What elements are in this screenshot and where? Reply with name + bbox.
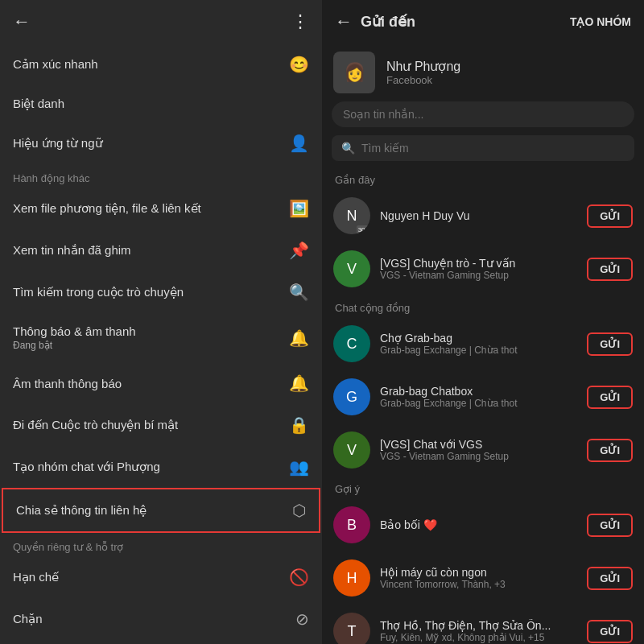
- contact-item-vgs-chuyen-tro[interactable]: V [VGS] Chuyện trò - Tư vấn VGS - Vietna…: [322, 242, 644, 295]
- contact-info-bao-boi: Bảo bối ❤️: [380, 518, 577, 531]
- menu-item-tim-kiem[interactable]: Tìm kiếm trong cuộc trò chuyện 🔍: [0, 271, 322, 313]
- avatar-cho-grab: C: [333, 325, 370, 362]
- menu-item-am-thanh[interactable]: Âm thanh thông báo 🔔: [0, 362, 322, 404]
- create-group-button[interactable]: TẠO NHÓM: [570, 15, 631, 28]
- contact-item-vgs-chat[interactable]: V [VGS] Chat với VGS VGS - Vietnam Gamin…: [322, 423, 644, 477]
- section-quyen-rieng: Quyền riêng tư & hỗ trợ: [0, 533, 322, 556]
- menu-item-bao-cao[interactable]: Báo cáo: [0, 640, 322, 644]
- media-icon: 🖼️: [289, 199, 309, 218]
- contact-info-vgs-chat: [VGS] Chat với VGS VGS - Vietnam Gaming …: [380, 438, 577, 462]
- left-menu: Cảm xúc nhanh 😊 Biệt danh Hiệu ứng từ ng…: [0, 43, 322, 644]
- pin-icon: 📌: [289, 241, 309, 260]
- send-button-grab-chatbox[interactable]: GỬI: [587, 386, 633, 409]
- contact-info-tho-ho: Thợ Hồ, Thợ Điện, Thợ Sửa Ốn... Fuy, Kiê…: [380, 619, 577, 643]
- menu-item-xem-file[interactable]: Xem file phương tiện, file & liên kết 🖼️: [0, 188, 322, 229]
- back-icon-left[interactable]: ←: [13, 11, 31, 32]
- search-icon-left: 🔍: [289, 283, 309, 302]
- share-icon: ⬡: [292, 501, 306, 520]
- avatar-bao-boi: B: [333, 506, 370, 543]
- contact-list: Gần đây N Nguyen H Duy Vu GỬI V [VGS] Ch…: [322, 167, 644, 644]
- bell-icon-2: 🔔: [289, 374, 309, 393]
- section-hanh-dong: Hành động khác: [0, 164, 322, 188]
- avatar-grab-chatbox: G: [333, 378, 370, 415]
- menu-item-xem-tin[interactable]: Xem tin nhắn đã ghim 📌: [0, 229, 322, 271]
- right-header: ← Gửi đến TẠO NHÓM: [322, 0, 644, 43]
- menu-item-tao-nhom[interactable]: Tạo nhóm chat với Phượng 👥: [0, 446, 322, 488]
- recipient-info: Như Phượng Facebook: [386, 59, 460, 86]
- search-bar[interactable]: 🔍: [332, 135, 634, 161]
- section-goi-y: Gợi ý: [322, 477, 644, 498]
- left-header: ← ⋮: [0, 0, 322, 43]
- send-button-vgs-chuyen-tro[interactable]: GỬI: [587, 258, 633, 281]
- send-button-nguyen-duy-vu[interactable]: GỬI: [587, 204, 633, 228]
- bell-icon: 🔔: [289, 328, 309, 348]
- section-chat-cong-dong: Chat cộng đồng: [322, 295, 644, 317]
- send-button-bao-boi[interactable]: GỬI: [587, 514, 633, 537]
- menu-item-hieu-ung[interactable]: Hiệu ứng từ ngữ 👤: [0, 122, 322, 164]
- menu-item-biet-danh[interactable]: Biệt danh: [0, 85, 322, 122]
- send-button-hoi-may-cu[interactable]: GỬI: [587, 567, 633, 590]
- contact-item-nguyen-duy-vu[interactable]: N Nguyen H Duy Vu GỬI: [322, 189, 644, 242]
- emoji-icon: 😊: [289, 55, 309, 74]
- contact-info-grab-chatbox: Grab-bag Chatbox Grab-bag Exchange | Chừ…: [380, 385, 577, 409]
- effect-icon: 👤: [289, 134, 309, 153]
- search-icon-right: 🔍: [341, 142, 355, 155]
- contact-info-hoi-may-cu: Hội máy cũ còn ngon Vincent Tomorrow, Th…: [380, 566, 577, 590]
- menu-item-chia-se[interactable]: Chia sẻ thông tin liên hệ ⬡: [2, 488, 320, 533]
- more-options-icon[interactable]: ⋮: [291, 11, 309, 32]
- back-icon-right[interactable]: ←: [335, 11, 353, 32]
- avatar-tho-ho: T: [333, 613, 370, 644]
- contact-item-hoi-may-cu[interactable]: H Hội máy cũ còn ngon Vincent Tomorrow, …: [322, 551, 644, 605]
- avatar-nguyen-duy-vu: N: [333, 197, 370, 234]
- send-button-cho-grab[interactable]: GỬI: [587, 332, 633, 356]
- right-title: Gửi đến: [361, 13, 570, 31]
- recipient-name: Như Phượng: [386, 59, 460, 74]
- recipient-preview: 👩 Như Phượng Facebook: [322, 43, 644, 101]
- menu-item-thong-bao[interactable]: Thông báo & âm thanh Đang bật 🔔: [0, 313, 322, 362]
- search-input[interactable]: [361, 142, 625, 155]
- recipient-platform: Facebook: [386, 74, 460, 86]
- contact-item-bao-boi[interactable]: B Bảo bối ❤️ GỬI: [322, 498, 644, 551]
- menu-item-han-che[interactable]: Hạn chế 🚫: [0, 556, 322, 598]
- avatar-vgs-chat: V: [333, 431, 370, 469]
- send-button-vgs-chat[interactable]: GỬI: [587, 439, 633, 462]
- avatar-vgs-chuyen-tro: V: [333, 250, 370, 287]
- menu-item-chan[interactable]: Chặn ⊘: [0, 598, 322, 640]
- restrict-icon: 🚫: [289, 568, 309, 587]
- avatar-hoi-may-cu: H: [333, 559, 370, 597]
- compose-input[interactable]: [343, 108, 623, 121]
- contact-item-grab-chatbox[interactable]: G Grab-bag Chatbox Grab-bag Exchange | C…: [322, 370, 644, 423]
- menu-item-bi-mat[interactable]: Đi đến Cuộc trò chuyện bí mật 🔒: [0, 404, 322, 446]
- contact-info-cho-grab: Chợ Grab-bag Grab-bag Exchange | Chừa th…: [380, 332, 577, 356]
- section-gan-day: Gần đây: [322, 167, 644, 189]
- compose-bar[interactable]: [332, 101, 634, 127]
- right-panel: ← Gửi đến TẠO NHÓM 👩 Như Phượng Facebook…: [322, 0, 644, 644]
- send-button-tho-ho[interactable]: GỬI: [587, 620, 633, 643]
- contact-info-vgs-chuyen-tro: [VGS] Chuyện trò - Tư vấn VGS - Vietnam …: [380, 257, 577, 281]
- recipient-avatar: 👩: [333, 52, 375, 93]
- lock-icon: 🔒: [289, 415, 309, 435]
- menu-item-cam-xuc[interactable]: Cảm xúc nhanh 😊: [0, 43, 322, 85]
- contact-item-tho-ho[interactable]: T Thợ Hồ, Thợ Điện, Thợ Sửa Ốn... Fuy, K…: [322, 605, 644, 644]
- contact-info-nguyen-duy-vu: Nguyen H Duy Vu: [380, 209, 577, 222]
- left-panel: ← ⋮ Cảm xúc nhanh 😊 Biệt danh Hiệu ứng t…: [0, 0, 322, 644]
- contact-item-cho-grab[interactable]: C Chợ Grab-bag Grab-bag Exchange | Chừa …: [322, 317, 644, 370]
- group-icon: 👥: [289, 457, 309, 477]
- block-icon: ⊘: [295, 609, 309, 629]
